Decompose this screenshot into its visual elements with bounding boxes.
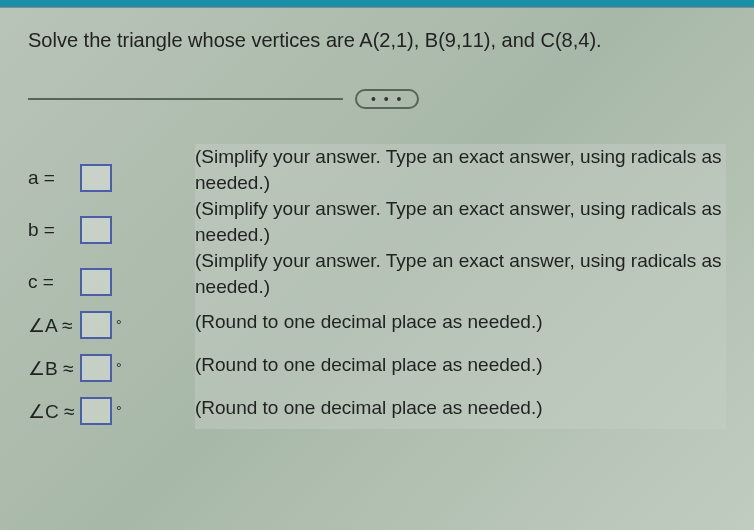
label-a: a =: [28, 167, 78, 189]
expand-button[interactable]: • • •: [355, 89, 419, 109]
unit-angle-b: °: [116, 360, 122, 376]
divider-line: [28, 98, 343, 100]
divider-container: • • •: [28, 89, 726, 109]
label-angle-b: ∠B ≈: [28, 357, 78, 380]
label-angle-a: ∠A ≈: [28, 314, 78, 337]
answer-row-a: a =: [28, 163, 173, 193]
right-column: (Simplify your answer. Type an exact ans…: [195, 144, 726, 429]
answer-row-c: c =: [28, 267, 173, 297]
question-text: Solve the triangle whose vertices are A(…: [28, 26, 726, 54]
label-c: c =: [28, 271, 78, 293]
hint-c: (Simplify your answer. Type an exact ans…: [195, 248, 726, 300]
answer-row-angle-c: ∠C ≈ °: [28, 396, 173, 426]
hint-a: (Simplify your answer. Type an exact ans…: [195, 144, 726, 196]
top-accent-bar: [0, 0, 754, 8]
answer-row-b: b =: [28, 215, 173, 245]
input-b[interactable]: [80, 216, 112, 244]
left-column: a = b = c = ∠A ≈ ° ∠B ≈ °: [28, 144, 173, 429]
unit-angle-c: °: [116, 403, 122, 419]
hint-b: (Simplify your answer. Type an exact ans…: [195, 196, 726, 248]
answers-container: a = b = c = ∠A ≈ ° ∠B ≈ °: [28, 144, 726, 429]
label-angle-c: ∠C ≈: [28, 400, 78, 423]
hint-angle-a: (Round to one decimal place as needed.): [195, 300, 726, 343]
answer-row-angle-b: ∠B ≈ °: [28, 353, 173, 383]
unit-angle-a: °: [116, 317, 122, 333]
input-c[interactable]: [80, 268, 112, 296]
input-a[interactable]: [80, 164, 112, 192]
main-content: Solve the triangle whose vertices are A(…: [0, 8, 754, 447]
hint-angle-b: (Round to one decimal place as needed.): [195, 343, 726, 386]
hint-angle-c: (Round to one decimal place as needed.): [195, 386, 726, 429]
input-angle-a[interactable]: [80, 311, 112, 339]
input-angle-b[interactable]: [80, 354, 112, 382]
answer-row-angle-a: ∠A ≈ °: [28, 310, 173, 340]
input-angle-c[interactable]: [80, 397, 112, 425]
label-b: b =: [28, 219, 78, 241]
